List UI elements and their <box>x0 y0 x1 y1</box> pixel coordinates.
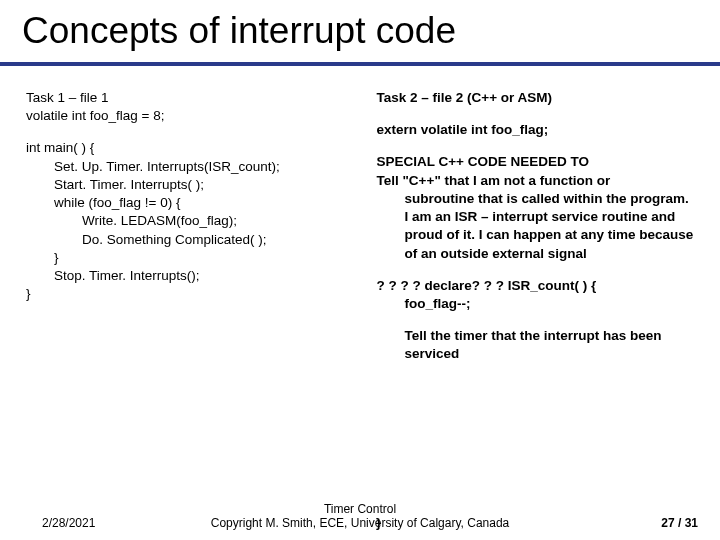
stop-call: Stop. Timer. Interrupts(); <box>26 267 346 285</box>
special-block: SPECIAL C++ CODE NEEDED TO Tell "C++" th… <box>376 153 694 262</box>
while-close: } <box>26 249 346 267</box>
footer-page: 27 / 31 <box>661 516 698 530</box>
slide-container: Concepts of interrupt code Task 1 – file… <box>0 0 720 540</box>
setup-call: Set. Up. Timer. Interrupts(ISR_count); <box>26 158 346 176</box>
tell-cont: subroutine that is called within the pro… <box>376 190 694 263</box>
tell-timer-block: Tell the timer that the interrupt has be… <box>376 327 694 363</box>
title-underline <box>0 62 720 66</box>
extern-decl: extern volatile int foo_flag; <box>376 121 694 139</box>
footer-date: 2/28/2021 <box>42 516 95 530</box>
tell-timer: Tell the timer that the interrupt has be… <box>376 327 694 363</box>
content-columns: Task 1 – file 1 volatile int foo_flag = … <box>22 84 698 378</box>
foo-dec: foo_flag--; <box>376 295 694 313</box>
declare-block: ? ? ? ? declare? ? ? ISR_count( ) { foo_… <box>376 277 694 313</box>
special-line: SPECIAL C++ CODE NEEDED TO <box>376 153 694 171</box>
declare-line: ? ? ? ? declare? ? ? ISR_count( ) { <box>376 277 694 295</box>
right-column: Task 2 – file 2 (C++ or ASM) extern vola… <box>376 84 694 378</box>
while-open: while (foo_flag != 0) { <box>26 194 346 212</box>
task1-header-block: Task 1 – file 1 volatile int foo_flag = … <box>26 89 346 125</box>
main-block: int main( ) { Set. Up. Timer. Interrupts… <box>26 139 346 303</box>
dosomething-call: Do. Something Complicated( ); <box>26 231 346 249</box>
write-call: Write. LEDASM(foo_flag); <box>26 212 346 230</box>
task2-header: Task 2 – file 2 (C++ or ASM) <box>376 89 694 107</box>
tell-text: Tell "C++" that I am not a function or <box>376 173 610 188</box>
task1-header: Task 1 – file 1 <box>26 89 346 107</box>
footer-center-line1: Timer Control <box>170 502 550 516</box>
slide-title: Concepts of interrupt code <box>22 10 698 52</box>
footer-center: Timer Control Copyright M. Smith, ECE, U… <box>170 502 550 530</box>
volatile-decl: volatile int foo_flag = 8; <box>26 107 346 125</box>
footer-center-line2: Copyright M. Smith, ECE, University of C… <box>170 516 550 530</box>
left-column: Task 1 – file 1 volatile int foo_flag = … <box>22 84 346 378</box>
main-open: int main( ) { <box>26 139 346 157</box>
start-call: Start. Timer. Interrupts( ); <box>26 176 346 194</box>
main-close: } <box>26 285 346 303</box>
